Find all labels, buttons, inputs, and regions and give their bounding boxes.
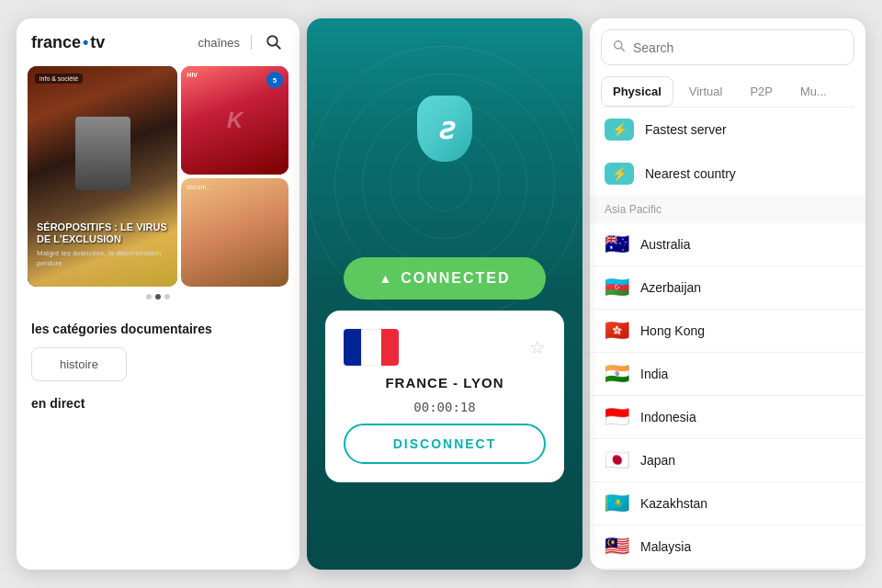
- dots-indicator: [17, 287, 300, 307]
- logo-tv: tv: [90, 33, 105, 52]
- nearest-country-item[interactable]: ⚡ Nearest country: [590, 152, 865, 196]
- dot-1: [146, 294, 152, 300]
- country-name: Kazakhstan: [640, 496, 707, 511]
- dot-3: [164, 294, 170, 300]
- list-item[interactable]: 🇮🇩 Indonesia: [590, 396, 865, 439]
- francetv-nav: chaînes: [198, 31, 285, 53]
- list-item[interactable]: 🇳🇿 New Zealand: [590, 569, 865, 570]
- list-item[interactable]: 🇲🇾 Malaysia: [590, 526, 865, 569]
- tab-p2p[interactable]: P2P: [738, 76, 785, 107]
- list-item[interactable]: 🇦🇺 Australia: [590, 223, 865, 266]
- list-item[interactable]: 🇦🇿 Azerbaijan: [590, 266, 865, 310]
- flag-india: 🇮🇳: [605, 364, 629, 384]
- vpn-logo: ƨ: [413, 92, 477, 165]
- list-item[interactable]: 🇰🇿 Kazakhstan: [590, 482, 865, 526]
- hero-main-image[interactable]: info & société SÉROPOSITIFS : LE VIRUS D…: [28, 66, 177, 287]
- logo-dot: •: [83, 33, 88, 52]
- list-item[interactable]: 🇯🇵 Japan: [590, 439, 865, 482]
- francetv-panel: france•tv chaînes: [17, 18, 300, 570]
- flag-australia: 🇦🇺: [605, 234, 629, 254]
- vpn-timer: 00:00:18: [413, 400, 475, 414]
- side-bottom-tag: docum...: [187, 184, 211, 190]
- tab-physical[interactable]: Physical: [601, 76, 673, 107]
- country-name: Australia: [640, 237, 690, 252]
- svg-line-3: [621, 48, 624, 51]
- flag-blue: [344, 329, 361, 366]
- svg-line-1: [277, 45, 280, 49]
- hero-overlay: SÉROPOSITIFS : LE VIRUS DE L'EXCLUSION M…: [37, 221, 168, 268]
- country-name: Azerbaijan: [640, 280, 701, 295]
- hero-tag: info & société: [35, 74, 83, 84]
- france-flag: [344, 329, 399, 366]
- disconnect-button[interactable]: DISCONNECT: [344, 424, 546, 464]
- chevron-up-icon: ▲: [379, 271, 391, 286]
- search-icon[interactable]: [263, 31, 285, 53]
- flag-white: [361, 329, 380, 366]
- server-list: ⚡ Fastest server ⚡ Nearest country Asia …: [590, 107, 865, 570]
- vpn-bottom-card: ☆ FRANCE - LYON 00:00:18 DISCONNECT: [325, 311, 564, 482]
- hero-badge: 5: [266, 72, 283, 88]
- list-item[interactable]: 🇭🇰 Hong Kong: [590, 310, 865, 353]
- fastest-server-icon: ⚡: [605, 119, 634, 141]
- hero-side-bottom-image[interactable]: docum...: [181, 178, 288, 287]
- fastest-server-item[interactable]: ⚡ Fastest server: [590, 107, 865, 152]
- flag-red: [381, 329, 399, 366]
- hero-side-images: HIV 5 K docum...: [181, 66, 288, 287]
- country-name: Japan: [640, 453, 675, 468]
- favorite-star-icon[interactable]: ☆: [529, 336, 546, 358]
- vpn-panel: ƨ ▲ CONNECTED ☆ FRANCE - LYON 00:00:18 D…: [307, 18, 582, 570]
- connected-label: CONNECTED: [401, 270, 510, 287]
- region-header: Asia Pacific: [590, 196, 865, 223]
- server-list-panel: Physical Virtual P2P Mu... ⚡ Fastest ser…: [590, 18, 865, 570]
- categories-title: les catégories documentaires: [31, 322, 285, 336]
- nearest-country-icon: ⚡: [605, 163, 634, 185]
- nearest-country-label: Nearest country: [645, 166, 736, 181]
- vpn-logo-shape: ƨ: [417, 96, 472, 162]
- hero-title: SÉROPOSITIFS : LE VIRUS DE L'EXCLUSION: [37, 221, 168, 245]
- country-name: Indonesia: [640, 410, 696, 424]
- en-direct-label: en direct: [17, 396, 300, 411]
- country-name: Malaysia: [640, 539, 691, 554]
- side-top-tag: HIV: [187, 72, 198, 78]
- fastest-server-label: Fastest server: [645, 122, 727, 137]
- server-search-box[interactable]: [601, 29, 854, 65]
- flag-japan: 🇯🇵: [605, 450, 629, 470]
- country-name: Hong Kong: [640, 323, 705, 338]
- dot-2: [155, 294, 161, 300]
- flag-indonesia: 🇮🇩: [605, 407, 629, 427]
- francetv-header: france•tv chaînes: [17, 18, 300, 66]
- vpn-connected-button[interactable]: ▲ CONNECTED: [344, 257, 546, 300]
- logo-text: france: [31, 33, 81, 52]
- search-input[interactable]: [633, 40, 842, 55]
- flag-azerbaijan: 🇦🇿: [605, 277, 629, 298]
- flag-malaysia: 🇲🇾: [605, 537, 629, 557]
- hero-subtitle: Malgré les avancées, la discrimination p…: [37, 249, 168, 268]
- flag-hongkong: 🇭🇰: [605, 321, 629, 341]
- hero-images: info & société SÉROPOSITIFS : LE VIRUS D…: [17, 66, 300, 287]
- country-name: India: [640, 367, 668, 381]
- search-icon: [613, 40, 626, 55]
- tab-multi[interactable]: Mu...: [788, 76, 839, 107]
- flag-kazakhstan: 🇰🇿: [605, 493, 629, 514]
- category-histoire[interactable]: histoire: [31, 347, 127, 381]
- list-item[interactable]: 🇮🇳 India: [590, 353, 865, 396]
- vpn-flag-row: ☆: [344, 329, 546, 366]
- chains-label[interactable]: chaînes: [198, 36, 240, 50]
- vpn-location: FRANCE - LYON: [385, 375, 503, 390]
- hero-side-top-image[interactable]: HIV 5 K: [181, 66, 288, 175]
- nav-divider: [251, 35, 252, 50]
- tab-virtual[interactable]: Virtual: [677, 76, 735, 107]
- vpn-logo-s: ƨ: [437, 111, 453, 146]
- categories-section: les catégories documentaires histoire: [17, 307, 300, 396]
- server-tabs: Physical Virtual P2P Mu...: [601, 76, 854, 107]
- francetv-logo: france•tv: [31, 33, 105, 52]
